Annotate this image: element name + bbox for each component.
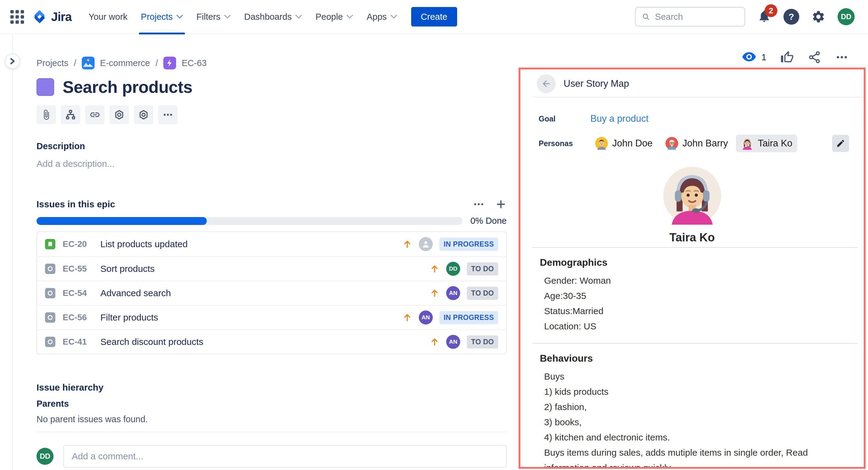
goal-field: Goal Buy a product (538, 113, 849, 124)
issue-row[interactable]: EC-41 Search discount products AN TO DO (37, 329, 506, 354)
watch-button[interactable]: 1 (742, 52, 767, 63)
nav-item-filters[interactable]: Filters (190, 0, 238, 34)
persona-name: John Doe (612, 138, 653, 149)
status-badge[interactable]: TO DO (467, 287, 498, 300)
pencil-icon (836, 139, 845, 148)
assignee-avatar[interactable]: DD (446, 262, 460, 276)
priority-up-icon (430, 264, 439, 274)
nav-label: People (315, 12, 343, 22)
issue-row[interactable]: EC-56 Filter products AN IN PROGRESS (37, 305, 506, 329)
goal-link[interactable]: Buy a product (590, 113, 648, 124)
demographic-item: Location: US (540, 319, 848, 334)
persona-avatar-icon (741, 137, 754, 150)
issue-summary[interactable]: Search discount products (100, 337, 204, 347)
jira-issue-page: Jira Your work Projects Filters Dashboar… (0, 0, 868, 470)
issue-row[interactable]: EC-20 List products updated IN PROGRESS (37, 232, 506, 256)
issue-row[interactable]: EC-55 Sort products DD TO DO (37, 256, 506, 281)
nav-item-apps[interactable]: Apps (360, 0, 404, 34)
notifications-button[interactable]: 2 (757, 9, 771, 24)
issue-key: EC-56 (63, 313, 97, 322)
add-child-issue-button[interactable] (61, 105, 80, 124)
status-badge[interactable]: TO DO (467, 335, 498, 349)
user-avatar[interactable]: DD (838, 8, 855, 25)
link-issue-button[interactable] (85, 105, 104, 124)
persona-chip-taira-ko[interactable]: Taira Ko (736, 135, 798, 152)
attach-button[interactable] (36, 105, 56, 124)
nav-item-your-work[interactable]: Your work (82, 0, 134, 34)
progress-bar (36, 217, 463, 225)
status-badge[interactable]: IN PROGRESS (439, 238, 498, 251)
issue-key: EC-20 (63, 239, 97, 249)
priority-up-icon (430, 337, 439, 347)
breadcrumb-projects[interactable]: Projects (36, 58, 68, 68)
settings-button[interactable] (811, 10, 826, 24)
link-icon (89, 109, 100, 120)
create-button[interactable]: Create (411, 7, 457, 27)
assignee-avatar-unassigned[interactable] (419, 237, 433, 251)
behaviours-heading: Behaviours (540, 353, 848, 364)
chevron-down-icon (224, 14, 231, 19)
issue-summary[interactable]: Filter products (100, 312, 158, 323)
global-search[interactable] (635, 7, 745, 27)
persona-detail: Taira Ko (520, 167, 864, 244)
issue-row-meta: DD TO DO (430, 262, 498, 276)
jira-logo[interactable]: Jira (32, 9, 71, 25)
issue-summary[interactable]: Sort products (100, 264, 155, 274)
story-type-icon (45, 239, 55, 249)
status-badge[interactable]: IN PROGRESS (439, 311, 498, 324)
assignee-avatar[interactable]: AN (446, 286, 460, 300)
breadcrumb-project-name[interactable]: E-commerce (100, 58, 150, 68)
progress-fill (36, 217, 207, 225)
description-heading: Description (36, 141, 507, 151)
description-placeholder[interactable]: Add a description... (36, 158, 507, 169)
epic-type-icon (163, 57, 176, 69)
nav-item-people[interactable]: People (309, 0, 360, 34)
epic-color-swatch[interactable] (36, 78, 54, 96)
assignee-avatar[interactable]: AN (446, 335, 460, 349)
comment-user-avatar: DD (36, 448, 54, 465)
plus-icon[interactable] (495, 199, 507, 210)
ellipsis-icon[interactable] (473, 198, 485, 210)
behaviour-item: Buys items during sales, adds mutiple it… (540, 445, 848, 469)
gear-icon (811, 10, 826, 24)
sidebar-expand-button[interactable] (5, 54, 20, 69)
status-badge[interactable]: TO DO (467, 262, 498, 275)
comment-input[interactable] (63, 445, 507, 468)
behaviour-item: 2) fashion, (540, 400, 848, 415)
panel-divider (532, 343, 858, 344)
app-badge-button-1[interactable] (110, 105, 129, 124)
nav-label: Apps (367, 12, 386, 22)
issue-row-meta: IN PROGRESS (402, 237, 498, 251)
app-switcher-icon[interactable] (8, 8, 26, 25)
nav-item-dashboards[interactable]: Dashboards (238, 0, 309, 34)
help-button[interactable]: ? (783, 9, 799, 25)
edit-personas-button[interactable] (832, 135, 849, 152)
more-actions-button[interactable] (835, 51, 848, 64)
issue-type-icon (45, 288, 55, 298)
chevron-down-icon (177, 14, 183, 19)
issue-type-icon (45, 264, 55, 274)
persona-chip-john-doe[interactable]: John Doe (590, 135, 657, 152)
breadcrumb-issue-key[interactable]: EC-63 (182, 58, 207, 68)
back-button[interactable] (537, 74, 556, 93)
issue-row[interactable]: EC-54 Advanced search AN TO DO (37, 281, 506, 305)
app-badge-button-2[interactable] (134, 105, 153, 124)
demographics-section: Demographics Gender: Woman Age:30-35 Sta… (540, 257, 848, 334)
nav-item-projects[interactable]: Projects (134, 0, 190, 34)
share-button[interactable] (808, 51, 821, 64)
chevron-right-icon (9, 58, 16, 64)
top-navbar: Jira Your work Projects Filters Dashboar… (0, 0, 868, 34)
like-button[interactable] (780, 51, 794, 64)
progress-label: 0% Done (470, 216, 507, 226)
panel-title: User Story Map (564, 78, 629, 89)
demographics-list: Gender: Woman Age:30-35 Status:Married L… (540, 273, 848, 334)
personas-field: Personas John Doe John Barry Taira Ko (538, 135, 849, 152)
toolbar-more-button[interactable] (158, 105, 178, 124)
assignee-avatar[interactable]: AN (419, 311, 433, 324)
paperclip-icon (41, 109, 52, 120)
demographic-item: Age:30-35 (540, 288, 848, 303)
search-input[interactable] (655, 12, 738, 22)
issue-summary[interactable]: Advanced search (100, 288, 171, 298)
issue-summary[interactable]: List products updated (100, 239, 188, 249)
persona-chip-john-barry[interactable]: John Barry (660, 135, 733, 152)
